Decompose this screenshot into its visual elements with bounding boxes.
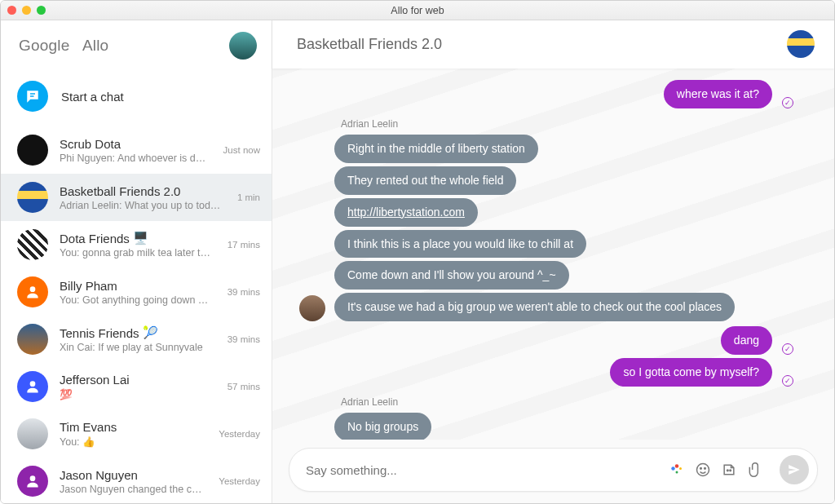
- conversation-title: Jefferson Lai: [60, 373, 211, 387]
- conversation-item[interactable]: Dota Friends 🖥️You: gonna grab milk tea …: [1, 221, 272, 268]
- start-chat-button[interactable]: Start a chat: [1, 69, 272, 126]
- incoming-message-bubble: I think this is a place you would like t…: [334, 230, 586, 259]
- compose-input[interactable]: [306, 463, 669, 477]
- svg-point-12: [727, 470, 729, 471]
- incoming-message-bubble: Right in the middle of liberty station: [334, 135, 538, 163]
- chat-title: Basketball Friends 2.0: [297, 36, 442, 53]
- send-button[interactable]: [780, 455, 809, 484]
- conversation-timestamp: Yesterday: [219, 429, 260, 439]
- svg-point-3: [30, 381, 36, 387]
- svg-point-13: [730, 470, 731, 471]
- conversation-title: Tennis Friends 🎾: [60, 325, 211, 340]
- message-list: where was it at?✓Adrian LeelinRight in t…: [272, 69, 834, 440]
- conversation-timestamp: 57 mins: [228, 382, 260, 391]
- message-avatar: [299, 295, 325, 321]
- read-receipt-icon: ✓: [782, 97, 793, 108]
- window-close-button[interactable]: [7, 6, 16, 15]
- conversation-timestamp: Yesterday: [219, 476, 260, 486]
- emoji-icon[interactable]: [695, 462, 711, 478]
- attachment-icon[interactable]: [747, 462, 763, 478]
- conversation-avatar: [17, 371, 48, 402]
- conversation-item[interactable]: Tim EvansYou: 👍Yesterday: [1, 410, 272, 458]
- outgoing-message-bubble: so I gotta come by myself?: [610, 358, 772, 387]
- conversation-list: Scrub DotaPhi Nguyen: And whoever is dow…: [1, 126, 272, 503]
- conversation-timestamp: 39 mins: [228, 287, 260, 297]
- conversation-item[interactable]: Jason NguyenJason Nguyen changed the cha…: [1, 458, 272, 503]
- chat-avatar[interactable]: [787, 30, 815, 58]
- message-sender: Adrian Leelin: [341, 118, 398, 130]
- svg-point-10: [700, 468, 702, 470]
- conversation-title: Billy Pham: [60, 279, 211, 293]
- outgoing-message-bubble: dang: [721, 326, 772, 355]
- chat-panel: Basketball Friends 2.0 where was it at?✓…: [272, 20, 834, 503]
- message-sender: Adrian Leelin: [341, 396, 398, 408]
- svg-point-2: [30, 286, 36, 292]
- read-receipt-icon: ✓: [782, 343, 793, 355]
- conversation-avatar: [17, 229, 48, 260]
- conversation-title: Basketball Friends 2.0: [60, 184, 221, 198]
- conversation-timestamp: Just now: [223, 145, 260, 155]
- conversation-timestamp: 1 min: [237, 192, 260, 202]
- window-title: Allo for web: [1, 5, 834, 16]
- conversation-avatar: [17, 182, 48, 213]
- conversation-title: Jason Nguyen: [60, 468, 202, 482]
- conversation-preview: Phi Nguyen: And whoever is down: [60, 153, 207, 164]
- compose-field[interactable]: [289, 448, 818, 492]
- outgoing-message-bubble: where was it at?: [664, 80, 772, 108]
- conversation-avatar: [17, 324, 48, 355]
- assistant-icon[interactable]: [669, 462, 685, 478]
- incoming-message-bubble: It's cause we had a big group we weren't…: [334, 293, 735, 321]
- conversation-avatar: [17, 418, 48, 449]
- title-emoji: 🎾: [143, 325, 158, 340]
- conversation-item[interactable]: Scrub DotaPhi Nguyen: And whoever is dow…: [1, 126, 272, 174]
- conversation-avatar: [17, 466, 48, 497]
- conversation-preview: You: 👍: [60, 435, 202, 448]
- chat-bubble-icon: [17, 81, 48, 112]
- start-chat-label: Start a chat: [61, 90, 124, 104]
- read-receipt-icon: ✓: [782, 375, 793, 387]
- sticker-icon[interactable]: [721, 462, 737, 478]
- window-titlebar: Allo for web: [1, 1, 834, 20]
- conversation-timestamp: 39 mins: [228, 334, 260, 344]
- svg-point-7: [679, 467, 682, 470]
- window-zoom-button[interactable]: [37, 6, 46, 15]
- incoming-message-bubble: No big groups: [334, 413, 431, 440]
- sidebar: Google Allo Start a chat Scrub DotaPhi N…: [1, 20, 272, 503]
- conversation-preview: You: gonna grab milk tea later tonight w…: [60, 247, 211, 259]
- conversation-timestamp: 17 mins: [228, 240, 260, 250]
- conversation-avatar: [17, 276, 48, 307]
- conversation-title: Scrub Dota: [60, 137, 207, 151]
- svg-point-9: [697, 464, 709, 476]
- conversation-preview: 💯: [60, 388, 211, 400]
- chat-header: Basketball Friends 2.0: [272, 20, 834, 69]
- incoming-message-bubble: Come down and I'll show you around ^_~: [334, 261, 569, 290]
- svg-point-4: [30, 475, 36, 481]
- conversation-preview: Jason Nguyen changed the chat theme: [60, 484, 202, 495]
- app-brand: Google Allo: [19, 37, 108, 55]
- conversation-preview: Adrian Leelin: What you up to today?: [60, 200, 221, 211]
- incoming-message-bubble: They rented out the whole field: [334, 166, 516, 195]
- conversation-item[interactable]: Jefferson Lai💯57 mins: [1, 363, 272, 410]
- conversation-item[interactable]: Basketball Friends 2.0Adrian Leelin: Wha…: [1, 174, 272, 221]
- brand-allo: Allo: [82, 37, 108, 54]
- svg-point-6: [675, 464, 679, 468]
- window-minimize-button[interactable]: [22, 6, 31, 15]
- title-emoji: 🖥️: [133, 231, 148, 245]
- svg-point-5: [671, 466, 675, 471]
- composer: [272, 440, 834, 503]
- conversation-preview: Xin Cai: If we play at Sunnyvale: [60, 342, 211, 353]
- conversation-preview: You: Got anything going down tonight: [60, 294, 211, 306]
- svg-point-11: [705, 468, 706, 470]
- user-avatar[interactable]: [229, 32, 257, 60]
- conversation-item[interactable]: Billy PhamYou: Got anything going down t…: [1, 268, 272, 316]
- incoming-message-bubble[interactable]: http://libertystation.com: [334, 198, 478, 227]
- conversation-title: Dota Friends 🖥️: [60, 231, 211, 245]
- conversation-item[interactable]: Tennis Friends 🎾Xin Cai: If we play at S…: [1, 316, 272, 363]
- conversation-title: Tim Evans: [60, 420, 202, 434]
- conversation-avatar: [17, 135, 48, 166]
- brand-google: Google: [19, 37, 69, 54]
- svg-point-8: [676, 471, 678, 474]
